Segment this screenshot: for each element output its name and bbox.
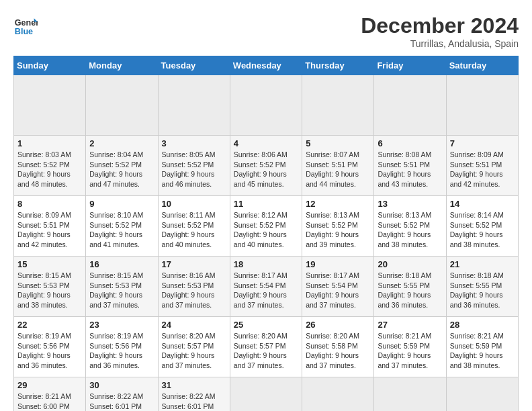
day-number: 14 <box>450 199 515 209</box>
day-number: 5 <box>306 138 370 148</box>
day-info: Sunrise: 8:21 AMSunset: 5:59 PMDaylight:… <box>378 331 442 371</box>
day-info: Sunrise: 8:15 AMSunset: 5:53 PMDaylight:… <box>17 271 82 310</box>
day-info: Sunrise: 8:16 AMSunset: 5:53 PMDaylight:… <box>162 271 226 310</box>
day-cell <box>14 75 86 136</box>
header-sunday: Sunday <box>14 56 86 75</box>
day-cell: 20Sunrise: 8:18 AMSunset: 5:55 PMDayligh… <box>374 257 446 317</box>
header-friday: Friday <box>374 56 446 75</box>
day-number: 23 <box>89 320 154 330</box>
day-cell: 22Sunrise: 8:19 AMSunset: 5:56 PMDayligh… <box>14 317 86 377</box>
day-cell <box>158 75 230 136</box>
day-number: 27 <box>378 320 442 330</box>
day-cell: 6Sunrise: 8:08 AMSunset: 5:51 PMDaylight… <box>374 136 446 196</box>
day-cell <box>86 75 158 136</box>
day-info: Sunrise: 8:04 AMSunset: 5:52 PMDaylight:… <box>89 150 154 189</box>
day-cell: 19Sunrise: 8:17 AMSunset: 5:54 PMDayligh… <box>302 257 374 317</box>
day-cell: 29Sunrise: 8:21 AMSunset: 6:00 PMDayligh… <box>14 377 86 412</box>
week-row-5: 29Sunrise: 8:21 AMSunset: 6:00 PMDayligh… <box>14 377 519 412</box>
day-info: Sunrise: 8:13 AMSunset: 5:52 PMDaylight:… <box>306 210 370 250</box>
day-info: Sunrise: 8:19 AMSunset: 5:56 PMDaylight:… <box>89 331 154 371</box>
day-cell: 23Sunrise: 8:19 AMSunset: 5:56 PMDayligh… <box>86 317 158 377</box>
day-info: Sunrise: 8:18 AMSunset: 5:55 PMDaylight:… <box>450 271 515 310</box>
day-number: 28 <box>450 320 515 330</box>
logo: General Blue <box>13 13 38 38</box>
day-cell: 2Sunrise: 8:04 AMSunset: 5:52 PMDaylight… <box>86 136 158 196</box>
day-cell <box>230 75 302 136</box>
day-cell: 28Sunrise: 8:21 AMSunset: 5:59 PMDayligh… <box>446 317 518 377</box>
month-title: December 2024 <box>361 13 519 38</box>
day-info: Sunrise: 8:15 AMSunset: 5:53 PMDaylight:… <box>89 271 154 310</box>
day-cell <box>374 75 446 136</box>
day-info: Sunrise: 8:21 AMSunset: 6:00 PMDaylight:… <box>17 392 82 411</box>
day-cell: 30Sunrise: 8:22 AMSunset: 6:01 PMDayligh… <box>86 377 158 412</box>
day-info: Sunrise: 8:06 AMSunset: 5:52 PMDaylight:… <box>234 150 298 189</box>
day-cell <box>446 75 518 136</box>
day-info: Sunrise: 8:17 AMSunset: 5:54 PMDaylight:… <box>306 271 370 310</box>
location-subtitle: Turrillas, Andalusia, Spain <box>361 38 519 49</box>
day-cell: 25Sunrise: 8:20 AMSunset: 5:57 PMDayligh… <box>230 317 302 377</box>
day-info: Sunrise: 8:17 AMSunset: 5:54 PMDaylight:… <box>234 271 298 310</box>
day-info: Sunrise: 8:20 AMSunset: 5:57 PMDaylight:… <box>234 331 298 371</box>
day-cell: 4Sunrise: 8:06 AMSunset: 5:52 PMDaylight… <box>230 136 302 196</box>
day-info: Sunrise: 8:21 AMSunset: 5:59 PMDaylight:… <box>450 331 515 371</box>
page-header: General Blue December 2024 Turrillas, An… <box>13 13 519 49</box>
week-row-2: 8Sunrise: 8:09 AMSunset: 5:51 PMDaylight… <box>14 196 519 257</box>
logo-icon: General Blue <box>13 13 38 38</box>
day-number: 17 <box>162 259 226 269</box>
day-info: Sunrise: 8:08 AMSunset: 5:51 PMDaylight:… <box>378 150 442 189</box>
day-cell: 1Sunrise: 8:03 AMSunset: 5:52 PMDaylight… <box>14 136 86 196</box>
day-cell: 8Sunrise: 8:09 AMSunset: 5:51 PMDaylight… <box>14 196 86 257</box>
day-number: 4 <box>234 138 298 148</box>
day-number: 10 <box>162 199 226 209</box>
title-block: December 2024 Turrillas, Andalusia, Spai… <box>361 13 519 49</box>
day-info: Sunrise: 8:03 AMSunset: 5:52 PMDaylight:… <box>17 150 82 189</box>
day-cell: 24Sunrise: 8:20 AMSunset: 5:57 PMDayligh… <box>158 317 230 377</box>
day-number: 22 <box>17 320 82 330</box>
week-row-1: 1Sunrise: 8:03 AMSunset: 5:52 PMDaylight… <box>14 136 519 196</box>
day-cell: 14Sunrise: 8:14 AMSunset: 5:52 PMDayligh… <box>446 196 518 257</box>
day-number: 21 <box>450 259 515 269</box>
day-number: 24 <box>162 320 226 330</box>
day-number: 7 <box>450 138 515 148</box>
week-row-0 <box>14 75 519 136</box>
day-number: 30 <box>89 380 154 390</box>
day-cell: 13Sunrise: 8:13 AMSunset: 5:52 PMDayligh… <box>374 196 446 257</box>
day-info: Sunrise: 8:20 AMSunset: 5:58 PMDaylight:… <box>306 331 370 371</box>
day-number: 20 <box>378 259 442 269</box>
day-cell <box>302 377 374 412</box>
day-info: Sunrise: 8:09 AMSunset: 5:51 PMDaylight:… <box>450 150 515 189</box>
day-info: Sunrise: 8:05 AMSunset: 5:52 PMDaylight:… <box>162 150 226 189</box>
day-info: Sunrise: 8:12 AMSunset: 5:52 PMDaylight:… <box>234 210 298 250</box>
calendar-header-row: SundayMondayTuesdayWednesdayThursdayFrid… <box>14 56 519 75</box>
day-cell: 9Sunrise: 8:10 AMSunset: 5:52 PMDaylight… <box>86 196 158 257</box>
day-cell: 27Sunrise: 8:21 AMSunset: 5:59 PMDayligh… <box>374 317 446 377</box>
day-number: 13 <box>378 199 442 209</box>
day-number: 16 <box>89 259 154 269</box>
day-number: 15 <box>17 259 82 269</box>
day-number: 26 <box>306 320 370 330</box>
day-info: Sunrise: 8:09 AMSunset: 5:51 PMDaylight:… <box>17 210 82 250</box>
day-number: 12 <box>306 199 370 209</box>
day-cell: 15Sunrise: 8:15 AMSunset: 5:53 PMDayligh… <box>14 257 86 317</box>
week-row-4: 22Sunrise: 8:19 AMSunset: 5:56 PMDayligh… <box>14 317 519 377</box>
day-cell: 31Sunrise: 8:22 AMSunset: 6:01 PMDayligh… <box>158 377 230 412</box>
day-cell <box>446 377 518 412</box>
week-row-3: 15Sunrise: 8:15 AMSunset: 5:53 PMDayligh… <box>14 257 519 317</box>
day-cell: 12Sunrise: 8:13 AMSunset: 5:52 PMDayligh… <box>302 196 374 257</box>
day-info: Sunrise: 8:22 AMSunset: 6:01 PMDaylight:… <box>162 392 226 411</box>
header-monday: Monday <box>86 56 158 75</box>
header-wednesday: Wednesday <box>230 56 302 75</box>
day-number: 9 <box>89 199 154 209</box>
day-cell: 3Sunrise: 8:05 AMSunset: 5:52 PMDaylight… <box>158 136 230 196</box>
day-cell: 16Sunrise: 8:15 AMSunset: 5:53 PMDayligh… <box>86 257 158 317</box>
header-thursday: Thursday <box>302 56 374 75</box>
day-cell: 18Sunrise: 8:17 AMSunset: 5:54 PMDayligh… <box>230 257 302 317</box>
calendar-table: SundayMondayTuesdayWednesdayThursdayFrid… <box>13 56 519 411</box>
day-number: 25 <box>234 320 298 330</box>
svg-text:Blue: Blue <box>15 27 33 36</box>
day-cell <box>302 75 374 136</box>
day-info: Sunrise: 8:22 AMSunset: 6:01 PMDaylight:… <box>89 392 154 411</box>
header-saturday: Saturday <box>446 56 518 75</box>
day-number: 19 <box>306 259 370 269</box>
day-cell <box>374 377 446 412</box>
